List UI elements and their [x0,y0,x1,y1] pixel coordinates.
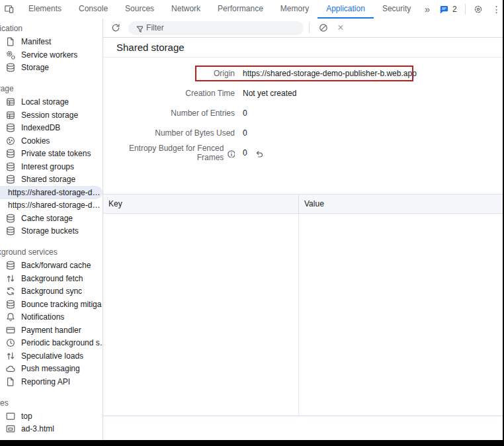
sidebar-item-storage-buckets[interactable]: Storage buckets [0,225,103,238]
delete-selected-button[interactable]: × [332,20,349,36]
sidebar-item-label: Shared storage [21,175,75,184]
sidebar-item-periodic-background-sync[interactable]: Periodic background s… [0,337,103,350]
shared-storage-panel: × Shared storage Origin https://shared-s… [103,19,503,440]
delete-all-button[interactable] [315,20,332,36]
sidebar-item-shared-storage[interactable]: Shared storage [0,173,103,187]
sidebar-item-cookies[interactable]: Cookies [0,134,103,148]
tab-sources[interactable]: Sources [116,0,163,19]
sidebar-item-interest-groups[interactable]: Interest groups [0,160,103,173]
filter-box[interactable] [128,21,304,35]
database-icon [5,161,16,172]
cloud-icon [5,363,16,374]
sidebar-item-speculative-loads[interactable]: Speculative loads [0,349,103,363]
sidebar-item-label: Reporting API [21,377,70,386]
key-column-area [103,214,299,416]
database-icon [5,226,16,236]
sidebar-item-background-fetch[interactable]: Background fetch [0,272,103,285]
issues-bubble-icon [439,5,449,15]
sidebar-section-background-services: ckground services Back/forward cache Bac… [0,246,103,388]
settings-button[interactable] [470,1,487,17]
application-sidebar: plication Manifest Service workers Stora… [0,19,103,440]
up-down-arrows-icon [5,351,16,361]
column-header-key[interactable]: Key [103,195,299,213]
refresh-icon [110,22,121,33]
sidebar-item-frame-ad-3[interactable]: ad-3.html [0,423,103,436]
tab-memory[interactable]: Memory [272,0,317,19]
panel-title: Shared storage [103,38,503,58]
service-worker-icon [5,50,16,60]
tab-network[interactable]: Network [163,0,209,19]
sync-icon [5,286,16,296]
sidebar-item-local-storage[interactable]: Local storage [0,96,103,109]
sidebar-item-push-messaging[interactable]: Push messaging [0,363,103,376]
sidebar-item-reporting-api[interactable]: Reporting API [0,375,103,388]
field-label: Number of Bytes Used [103,128,235,138]
table-icon [5,97,16,107]
block-icon [318,22,329,33]
sidebar-item-bounce-tracking-mitigations[interactable]: Bounce tracking mitiga… [0,298,103,311]
tab-console[interactable]: Console [70,0,116,19]
section-header-background-services: ckground services [0,246,103,259]
sidebar-item-shared-storage-origin-2[interactable]: https://shared-storage-d… [0,199,103,212]
sidebar-item-label: Session storage [21,111,78,120]
tab-application[interactable]: Application [317,0,374,19]
window-bottom-edge [0,440,504,446]
devtools-body: plication Manifest Service workers Stora… [0,19,503,440]
sidebar-item-frame-top[interactable]: top [0,410,103,423]
issues-button[interactable]: 2 [435,5,461,15]
section-header-application: plication [0,22,103,36]
sidebar-item-label: Cache storage [21,214,73,223]
filter-input[interactable] [146,23,297,32]
database-icon [5,299,16,310]
more-tabs-icon[interactable]: » [419,4,435,15]
bell-icon [5,312,16,322]
issues-count: 2 [452,5,457,14]
info-icon[interactable] [226,149,235,157]
field-row-number-of-bytes: Number of Bytes Used 0 [103,123,503,143]
sidebar-item-private-state-tokens[interactable]: Private state tokens [0,148,103,161]
section-header-frames: mes [0,397,103,410]
tabbar-right-controls: 2 ⋮ × [435,1,504,17]
devtools-tabbar: Elements Console Sources Network Perform… [0,0,503,19]
toggle-device-toolbar-button[interactable] [4,1,15,17]
sidebar-item-service-workers[interactable]: Service workers [0,48,103,62]
field-row-entropy-budget: Entropy Budget for Fenced Frames 0 [103,143,503,163]
field-value-number-of-bytes: 0 [243,128,247,138]
sidebar-section-storage: orage Local storage Session storage Inde… [0,83,103,238]
column-header-value[interactable]: Value [299,195,503,213]
sidebar-item-session-storage[interactable]: Session storage [0,109,103,122]
tab-security[interactable]: Security [374,0,419,19]
shared-storage-items-table: Key Value [103,194,503,416]
field-row-creation-time: Creation Time Not yet created [103,83,503,103]
clear-icon: × [337,22,343,33]
sidebar-item-label: https://shared-storage-d… [8,201,100,210]
sidebar-item-indexeddb[interactable]: IndexedDB [0,122,103,135]
undo-icon [254,149,263,157]
sidebar-item-label: Background fetch [21,274,83,283]
sidebar-item-label: Private state tokens [21,149,91,158]
field-value-creation-time: Not yet created [243,89,296,98]
sidebar-section-application: plication Manifest Service workers Stora… [0,22,103,74]
reset-entropy-button[interactable] [254,149,263,157]
sidebar-item-shared-storage-origin-b[interactable]: https://shared-storage-d… [0,186,103,199]
sidebar-item-label: Background sync [21,287,82,296]
sidebar-item-storage[interactable]: Storage [0,62,103,75]
sidebar-item-manifest[interactable]: Manifest [0,36,103,49]
sidebar-item-label: Notifications [21,312,64,322]
sidebar-item-payment-handler[interactable]: Payment handler [0,324,103,337]
sidebar-item-cache-storage[interactable]: Cache storage [0,212,103,225]
table-body-empty[interactable] [103,214,503,416]
sidebar-item-background-sync[interactable]: Background sync [0,285,103,298]
metadata-report: Origin https://shared-storage-demo-publi… [103,58,503,163]
refresh-button[interactable] [107,20,124,36]
sidebar-item-back-forward-cache[interactable]: Back/forward cache [0,259,103,273]
customize-menu-button[interactable]: ⋮ [488,1,504,17]
tab-elements[interactable]: Elements [20,0,70,19]
table-icon [5,110,16,120]
database-icon [5,148,16,159]
iframe-icon [5,424,16,434]
gear-icon [473,4,483,15]
tab-performance[interactable]: Performance [209,0,272,19]
sidebar-item-notifications[interactable]: Notifications [0,311,103,324]
sidebar-item-label: Push messaging [21,364,80,373]
